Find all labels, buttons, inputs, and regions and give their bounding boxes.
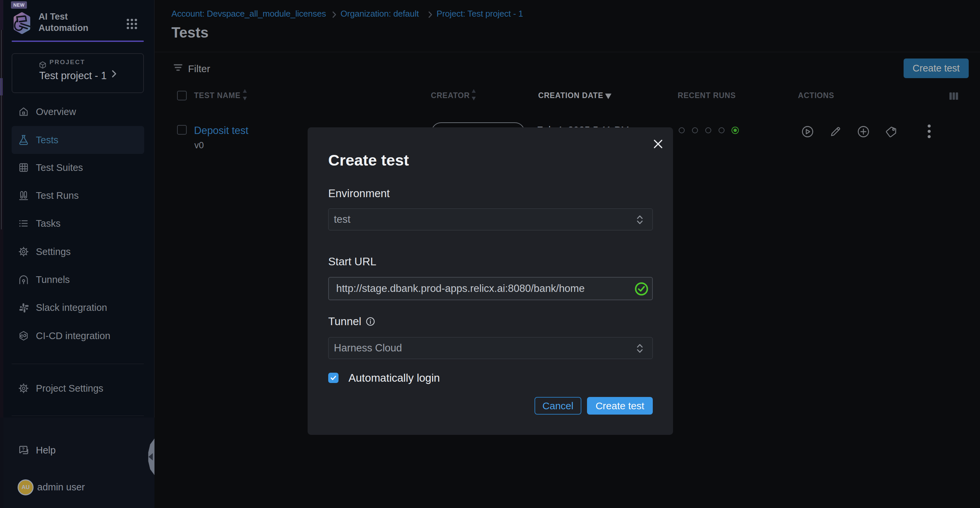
svg-text:?: ? xyxy=(22,446,25,452)
